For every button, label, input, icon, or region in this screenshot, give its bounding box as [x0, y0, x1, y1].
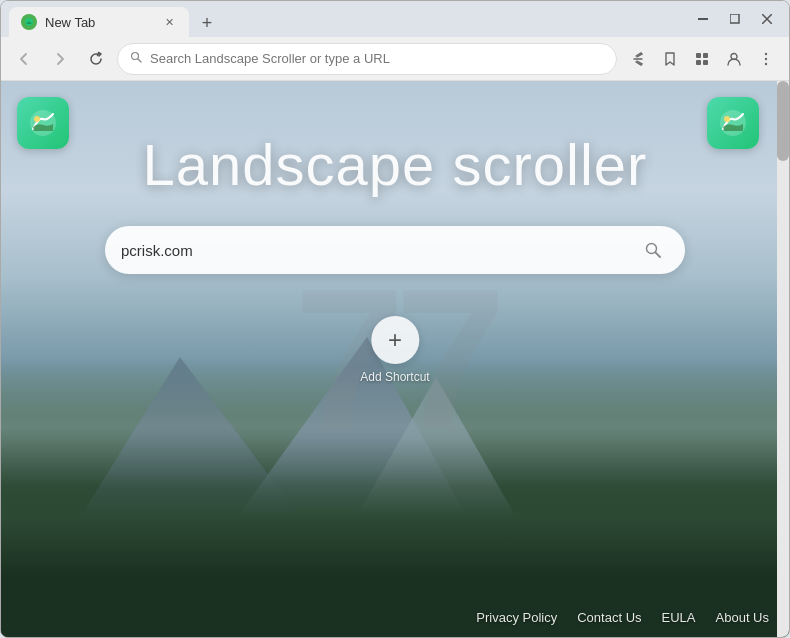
search-container [105, 226, 685, 274]
svg-line-6 [138, 59, 142, 63]
search-input[interactable] [121, 242, 627, 259]
toolbar [1, 37, 789, 81]
forward-button[interactable] [45, 44, 75, 74]
titlebar: New Tab ✕ + [1, 1, 789, 37]
about-us-link[interactable]: About Us [716, 610, 769, 625]
svg-point-13 [765, 57, 767, 59]
svg-rect-8 [703, 53, 708, 58]
share-button[interactable] [623, 44, 653, 74]
footer-links: Privacy Policy Contact Us EULA About Us [476, 610, 769, 625]
main-title: Landscape scroller [1, 131, 789, 198]
tab-label: New Tab [45, 15, 95, 30]
minimize-button[interactable] [689, 5, 717, 33]
svg-point-18 [724, 116, 730, 122]
close-button[interactable] [753, 5, 781, 33]
scrollbar[interactable] [777, 81, 789, 637]
active-tab[interactable]: New Tab ✕ [9, 7, 189, 37]
svg-line-20 [656, 253, 661, 258]
reload-button[interactable] [81, 44, 111, 74]
add-shortcut[interactable]: + Add Shortcut [360, 316, 429, 384]
tab-favicon [21, 14, 37, 30]
svg-rect-1 [698, 18, 708, 20]
tab-close-button[interactable]: ✕ [161, 14, 177, 30]
restore-button[interactable] [721, 5, 749, 33]
add-shortcut-circle[interactable]: + [371, 316, 419, 364]
scrollbar-thumb[interactable] [777, 81, 789, 161]
menu-button[interactable] [751, 44, 781, 74]
add-shortcut-label: Add Shortcut [360, 370, 429, 384]
window-controls [689, 5, 781, 33]
search-submit-button[interactable] [637, 234, 669, 266]
extensions-button[interactable] [687, 44, 717, 74]
svg-point-16 [34, 116, 40, 122]
back-button[interactable] [9, 44, 39, 74]
viewport: 77 Landscape scroller [1, 81, 789, 637]
browser-window: New Tab ✕ + [0, 0, 790, 638]
bookmark-button[interactable] [655, 44, 685, 74]
svg-rect-10 [703, 60, 708, 65]
address-input[interactable] [150, 51, 604, 66]
address-search-icon [130, 51, 142, 66]
search-bar[interactable] [105, 226, 685, 274]
svg-point-14 [765, 62, 767, 64]
tab-area: New Tab ✕ + [9, 1, 681, 37]
profile-button[interactable] [719, 44, 749, 74]
svg-rect-9 [696, 60, 701, 65]
privacy-policy-link[interactable]: Privacy Policy [476, 610, 557, 625]
svg-point-12 [765, 52, 767, 54]
address-bar[interactable] [117, 43, 617, 75]
svg-rect-7 [696, 53, 701, 58]
add-icon: + [388, 326, 402, 354]
eula-link[interactable]: EULA [662, 610, 696, 625]
contact-us-link[interactable]: Contact Us [577, 610, 641, 625]
svg-rect-2 [730, 14, 739, 23]
toolbar-actions [623, 44, 781, 74]
new-tab-button[interactable]: + [193, 9, 221, 37]
